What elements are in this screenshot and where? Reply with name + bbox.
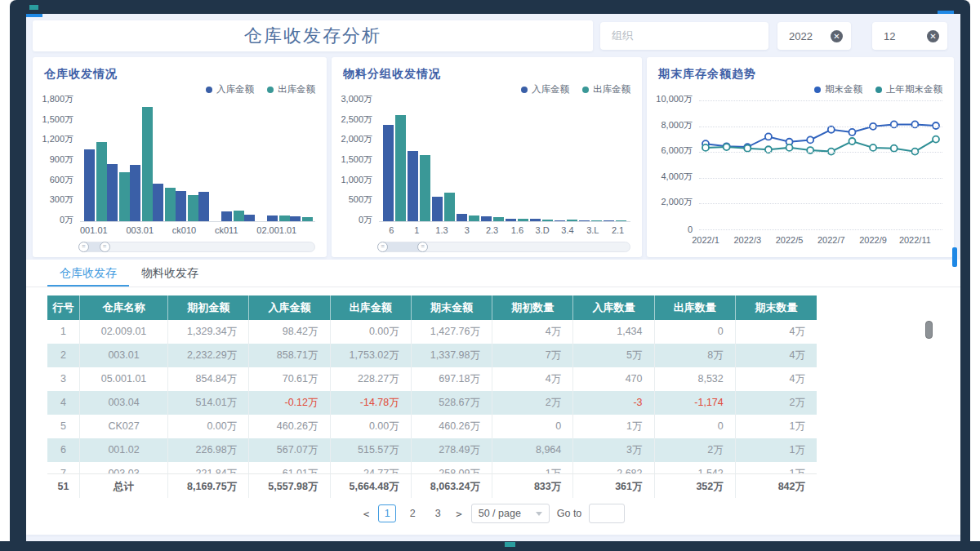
data-point[interactable] [744,145,751,152]
page-size-select[interactable]: 50 / page [471,504,550,523]
bar-出库金额[interactable] [444,193,455,221]
data-point[interactable] [724,144,730,150]
bar-出库金额[interactable] [279,216,290,221]
table-row[interactable]: 305.001.01854.84万70.61万228.27万697.18万4万4… [47,367,817,391]
bar-入库金额[interactable] [221,211,232,221]
page-scrollbar-thumb[interactable] [952,247,957,267]
bar-入库金额[interactable] [481,216,492,221]
data-point[interactable] [807,136,813,143]
column-header[interactable]: 期末金额 [412,295,492,320]
bar-入库金额[interactable] [176,191,186,221]
bar-入库金额[interactable] [198,192,209,221]
org-filter-input[interactable]: 组织 [600,22,768,50]
datazoom-selection[interactable] [382,242,422,251]
bar-入库金额[interactable] [267,216,278,221]
data-point[interactable] [702,144,709,151]
bar-入库金额[interactable] [130,165,140,221]
column-header[interactable]: 期初金额 [168,295,249,320]
column-header[interactable]: 仓库名称 [80,295,168,320]
bar-入库金额[interactable] [432,197,443,221]
bar-入库金额[interactable] [107,164,118,221]
table-scrollbar-thumb[interactable] [925,321,933,339]
table-row[interactable]: 6001.02226.98万567.07万515.57万278.49万8,964… [47,438,817,462]
bar-入库金额[interactable] [383,125,394,221]
bar-入库金额[interactable] [84,149,95,221]
bar-入库金额[interactable] [244,215,255,221]
column-header[interactable]: 期末数量 [736,295,817,320]
bar-入库金额[interactable] [408,151,418,221]
datazoom-handle-icon[interactable]: = [78,242,89,252]
table-row[interactable]: 7003.03221.84万61.01万24.77万258.09万1万2,682… [47,462,817,473]
data-point[interactable] [849,129,855,136]
bar-入库金额[interactable] [153,184,163,221]
legend-item[interactable]: 期末金额 [814,83,862,96]
data-point[interactable] [786,144,793,151]
bar-出库金额[interactable] [302,217,313,221]
bar-出库金额[interactable] [469,216,479,221]
datazoom-handle-icon[interactable]: = [417,242,428,252]
legend-item[interactable]: 入库金额 [521,83,569,96]
bar-出库金额[interactable] [96,142,107,221]
bar-入库金额[interactable] [530,219,541,221]
bar-入库金额[interactable] [604,220,614,221]
tab-warehouse-inout-stock[interactable]: 仓库收发存 [47,260,129,287]
bar-出库金额[interactable] [542,220,553,221]
bar-出库金额[interactable] [616,220,626,221]
table-row[interactable]: 102.009.011,329.34万98.42万0.00万1,427.76万4… [47,320,817,344]
bar-出库金额[interactable] [165,188,176,221]
column-header[interactable]: 入库金额 [249,295,330,320]
data-point[interactable] [765,133,772,140]
datazoom-handle-icon[interactable]: = [100,242,110,252]
bar-出库金额[interactable] [119,172,130,221]
legend-item[interactable]: 出库金额 [582,83,630,96]
x-axis-label: 2.1 [605,225,630,235]
bar-入库金额[interactable] [457,214,467,221]
datazoom-handle-icon[interactable]: = [377,242,388,252]
clear-year-icon[interactable]: ✕ [831,30,843,42]
data-point[interactable] [891,145,898,152]
bar-入库金额[interactable] [506,219,516,221]
data-point[interactable] [849,138,855,144]
bar-出库金额[interactable] [567,220,577,221]
datazoom-slider[interactable]: == [379,242,630,252]
data-point[interactable] [933,136,939,143]
bar-出库金额[interactable] [188,195,198,221]
legend-item[interactable]: 出库金额 [267,83,315,96]
table-row[interactable]: 2003.012,232.29万858.71万1,753.02万1,337.98… [47,344,817,367]
data-point[interactable] [828,127,835,133]
column-header[interactable]: 期初数量 [492,295,573,320]
bar-出库金额[interactable] [395,115,406,221]
bar-出库金额[interactable] [142,107,153,221]
page-number-button[interactable]: 1 [378,504,396,522]
month-filter[interactable]: 12 ✕ [872,22,947,50]
bar-入库金额[interactable] [555,220,565,221]
bar-出库金额[interactable] [420,155,430,221]
column-header[interactable]: 出库数量 [655,295,736,320]
bar-group [579,101,602,221]
goto-page-input[interactable] [589,504,625,523]
clear-month-icon[interactable]: ✕ [927,30,939,42]
column-header[interactable]: 行号 [47,295,80,320]
prev-page-button[interactable]: < [362,508,372,520]
page-number-button[interactable]: 2 [403,504,421,522]
bar-出库金额[interactable] [591,220,602,221]
column-header[interactable]: 出库金额 [331,295,412,320]
data-point[interactable] [870,144,876,151]
legend-item[interactable]: 上年期末金额 [875,83,942,96]
bar-出库金额[interactable] [493,217,504,221]
tab-material-inout-stock[interactable]: 物料收发存 [129,260,211,287]
bar-出库金额[interactable] [234,211,244,221]
table-body[interactable]: 102.009.011,329.34万98.42万0.00万1,427.76万4… [47,320,817,473]
column-header[interactable]: 入库数量 [573,295,654,320]
bar-出库金额[interactable] [518,219,528,221]
datazoom-slider[interactable]: == [80,242,315,252]
total-cell: 51 [47,473,80,498]
table-row[interactable]: 4003.04514.01万-0.12万-14.78万528.67万2万-3-1… [47,391,817,415]
bar-入库金额[interactable] [290,216,301,221]
bar-入库金额[interactable] [579,220,590,221]
table-row[interactable]: 5CK0270.00万460.26万0.00万460.26万01万01万 [47,415,817,438]
year-filter[interactable]: 2022 ✕ [777,22,851,50]
page-number-button[interactable]: 3 [429,504,447,522]
legend-item[interactable]: 入库金额 [206,83,254,96]
next-page-button[interactable]: > [454,508,464,520]
